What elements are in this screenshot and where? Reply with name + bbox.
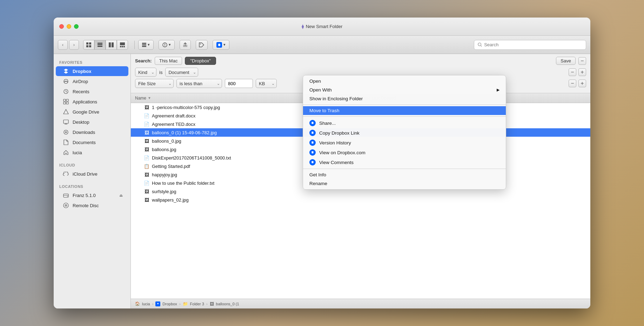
back-button[interactable]: ‹ — [58, 40, 68, 50]
file-name: Agreement draft.docx — [152, 113, 302, 118]
sidebar-item-franz-label: Franz 5.1.0 — [73, 193, 96, 198]
gallery-view-button[interactable] — [117, 40, 128, 50]
filter2-minus-button[interactable]: − — [569, 80, 576, 87]
file-icon: 🖼 — [143, 146, 150, 152]
menu-trash-label: Move to Trash — [309, 108, 340, 113]
sidebar-item-downloads-label: Downloads — [73, 130, 95, 135]
menu-item-rename[interactable]: Rename — [303, 179, 506, 188]
menu-item-view-on-dropbox[interactable]: View on Dropbox.com — [303, 148, 506, 157]
file-name: How to use the Public folder.txt — [152, 181, 302, 186]
share-button[interactable] — [180, 40, 191, 50]
dropbox-button[interactable]: ▾ — [213, 40, 229, 49]
menu-open-with-arrow: ▶ — [497, 88, 499, 92]
menu-item-share[interactable]: Share... — [303, 118, 506, 128]
scope-this-mac-button[interactable]: This Mac — [155, 57, 182, 65]
forward-button[interactable]: › — [69, 40, 79, 50]
sidebar-item-dropbox[interactable]: Dropbox — [56, 66, 128, 76]
maximize-button[interactable] — [74, 24, 79, 29]
sidebar-item-airdrop[interactable]: AirDrop — [56, 76, 128, 86]
window-title: ⧫ New Smart Folder — [302, 24, 343, 29]
close-button[interactable] — [59, 24, 64, 29]
menu-item-open-with[interactable]: Open With ▶ — [303, 86, 506, 94]
sidebar-item-desktop[interactable]: Desktop — [56, 117, 128, 127]
eject-icon[interactable]: ⏏ — [119, 193, 123, 198]
filter1-value-select[interactable]: Document — [165, 68, 198, 77]
menu-open-label: Open — [309, 79, 321, 84]
desktop-icon — [63, 119, 69, 125]
google-drive-icon — [63, 109, 69, 115]
filter1-field-select[interactable]: Kind — [135, 68, 156, 77]
sidebar-item-desktop-label: Desktop — [73, 120, 89, 125]
svg-point-28 — [66, 81, 66, 82]
sidebar-item-lucia-label: lucia — [73, 150, 82, 155]
traffic-lights — [59, 24, 79, 29]
filter1-minus-button[interactable]: − — [569, 68, 576, 76]
menu-view-comments-label: View Comments — [319, 160, 354, 165]
filter2-field-wrapper: File Size — [135, 79, 174, 88]
menu-open-with-label: Open With — [309, 87, 332, 93]
list-view-button[interactable] — [94, 40, 106, 50]
filter2-operator-select[interactable]: is less than — [176, 79, 222, 88]
sidebar-item-lucia[interactable]: lucia — [56, 148, 128, 157]
sidebar-item-downloads[interactable]: Downloads — [56, 127, 128, 137]
filter1-plus-button[interactable]: + — [578, 68, 586, 76]
sidebar-item-google-drive[interactable]: Google Drive — [56, 107, 128, 117]
sidebar-item-applications[interactable]: Applications — [56, 97, 128, 107]
action-button[interactable]: ▾ — [159, 40, 174, 49]
svg-marker-22 — [218, 45, 221, 46]
folder-icon-title: ⧫ — [302, 24, 304, 29]
breadcrumb-file[interactable]: balloons_0 (1 — [216, 302, 239, 306]
icon-view-button[interactable] — [83, 40, 94, 50]
sidebar-item-franz[interactable]: Franz 5.1.0 ⏏ — [56, 190, 128, 200]
breadcrumb-folder3[interactable]: Folder 3 — [190, 302, 204, 306]
file-icon: 📋 — [143, 163, 150, 169]
dropbox-view-icon — [309, 149, 316, 156]
sidebar-item-icloud-drive[interactable]: iCloud Drive — [56, 169, 128, 179]
column-view-button[interactable] — [106, 40, 117, 50]
svg-rect-31 — [66, 99, 68, 101]
minimize-button[interactable] — [67, 24, 71, 29]
table-row[interactable]: 🖼 wallpapers_02.jpg — [131, 196, 590, 204]
scope-dropbox-button[interactable]: "Dropbox" — [185, 57, 216, 65]
main-content: Favorites Dropbox AirDrop Recents — [54, 54, 590, 308]
svg-rect-3 — [89, 45, 91, 47]
breadcrumb-dropbox[interactable]: Dropbox — [162, 302, 177, 306]
file-icon: 🖼 — [143, 188, 150, 195]
file-icon: 📄 — [143, 180, 150, 186]
sidebar: Favorites Dropbox AirDrop Recents — [54, 54, 131, 308]
filter2-field-select[interactable]: File Size — [135, 79, 174, 88]
menu-item-show-enclosing[interactable]: Show in Enclosing Folder — [303, 94, 506, 103]
filter2-unit-select[interactable]: KB — [256, 79, 277, 88]
arrange-button[interactable]: ▾ — [139, 40, 153, 49]
dropbox-share-icon — [309, 120, 316, 126]
svg-marker-25 — [64, 69, 68, 71]
menu-item-open[interactable]: Open — [303, 77, 506, 86]
search-bar[interactable] — [474, 40, 586, 50]
separator-1 — [134, 41, 135, 49]
search-input[interactable] — [484, 42, 582, 47]
menu-item-version-history[interactable]: Version History — [303, 138, 506, 148]
breadcrumb-lucia[interactable]: lucia — [142, 302, 150, 306]
disc-icon — [63, 202, 69, 209]
tag-button[interactable] — [196, 40, 208, 50]
downloads-icon — [63, 129, 69, 135]
file-name: Agreement TED.docx — [152, 122, 302, 127]
file-name: balloons.jpg — [152, 147, 302, 152]
sidebar-item-google-drive-label: Google Drive — [73, 109, 99, 115]
col-name-header[interactable]: Name ▼ — [131, 96, 303, 101]
sidebar-item-dropbox-label: Dropbox — [73, 69, 91, 74]
save-button[interactable]: Save — [556, 57, 576, 65]
sidebar-item-recents[interactable]: Recents — [56, 87, 128, 96]
menu-item-get-info[interactable]: Get Info — [303, 170, 506, 179]
filter2-plus-button[interactable]: + — [578, 80, 586, 87]
sidebar-item-remote-disc[interactable]: Remote Disc — [56, 201, 128, 210]
menu-item-trash[interactable]: Move to Trash — [303, 106, 506, 115]
breadcrumb-icon: 🏠 — [135, 301, 140, 306]
sidebar-item-documents[interactable]: Documents — [56, 137, 128, 147]
search-minus-button[interactable]: − — [578, 57, 586, 65]
sidebar-item-recents-label: Recents — [73, 89, 89, 94]
menu-item-copy-link[interactable]: Copy Dropbox Link — [303, 128, 506, 138]
filter2-value-input[interactable] — [225, 79, 253, 88]
svg-line-24 — [481, 46, 482, 47]
menu-item-view-comments[interactable]: View Comments — [303, 157, 506, 167]
